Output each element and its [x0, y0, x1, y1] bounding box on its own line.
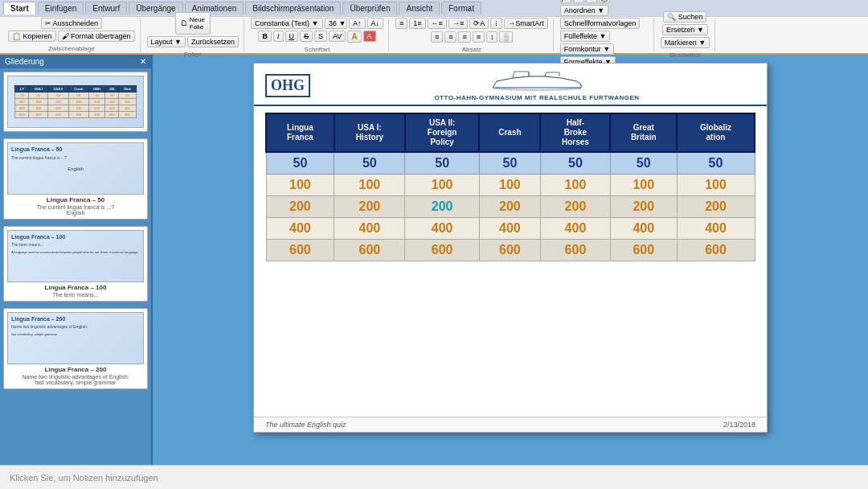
sidebar-item-3[interactable]: Lingua Franca – 100 The term means... A …	[3, 226, 148, 302]
cell-lf-400[interactable]: 400	[266, 218, 334, 240]
cell-usa1-200[interactable]: 200	[334, 196, 405, 218]
btn-list-bullets[interactable]: ≡	[395, 18, 407, 29]
cell-usa2-50[interactable]: 50	[405, 152, 480, 175]
slide-footer: The ultimate English quiz 2/13/2018	[254, 417, 767, 432]
cell-usa1-600[interactable]: 600	[334, 240, 405, 261]
cell-crash-200[interactable]: 200	[479, 196, 540, 218]
btn-bold[interactable]: B	[258, 31, 272, 42]
btn-spacing[interactable]: AV	[329, 31, 346, 42]
btn-arrange[interactable]: Anordnen ▼	[560, 5, 608, 16]
table-header-row: LinguaFranca USA I:History USA II:Foreig…	[266, 113, 755, 152]
sidebar-tab-gliederung[interactable]: Gliederung	[5, 57, 44, 66]
btn-zuruecksetzen[interactable]: Zurücksetzen	[187, 36, 239, 47]
btn-markieren[interactable]: Markieren ▼	[661, 37, 710, 48]
btn-indent-less[interactable]: ←≡	[428, 18, 447, 29]
btn-quick-styles[interactable]: Schnellformatvorlagen	[560, 18, 641, 29]
font-size[interactable]: 36 ▼	[325, 18, 347, 29]
cell-lf-100[interactable]: 100	[266, 175, 334, 196]
btn-underline[interactable]: U	[285, 31, 299, 42]
cell-usa1-400[interactable]: 400	[334, 218, 405, 240]
cell-hbh-400[interactable]: 400	[540, 218, 610, 240]
btn-align-right[interactable]: ≡	[458, 31, 470, 43]
cell-lf-200[interactable]: 200	[266, 196, 334, 218]
btn-strikethrough[interactable]: S	[300, 31, 313, 42]
jeopardy-table[interactable]: LinguaFranca USA I:History USA II:Foreig…	[265, 113, 755, 261]
cell-glob-200[interactable]: 200	[677, 196, 755, 218]
tab-ueberpruefen[interactable]: Überprüfen	[342, 2, 397, 14]
btn-italic[interactable]: I	[273, 31, 284, 42]
cell-usa1-100[interactable]: 100	[334, 175, 405, 196]
cell-usa2-600[interactable]: 600	[405, 240, 480, 261]
cell-usa2-100[interactable]: 100	[405, 175, 480, 196]
label-folien: Folien	[184, 49, 202, 58]
cell-gb-100[interactable]: 100	[610, 175, 677, 196]
sidebar-item-1[interactable]: LFUSA IUSA IICrashHBHGBGlob 505050505050…	[3, 72, 148, 132]
tab-start[interactable]: Start	[3, 2, 36, 14]
sidebar-item-2[interactable]: Lingua Franca – 50 The current lingua fr…	[3, 138, 148, 220]
btn-format-uebertragen[interactable]: 🖌 Format übertragen	[58, 31, 135, 42]
cell-lf-50[interactable]: 50	[266, 152, 334, 175]
btn-fill[interactable]: Fülleffekte ▼	[560, 31, 611, 42]
sidebar-item-4[interactable]: Lingua Franca – 200 Name two linguistic …	[3, 308, 148, 389]
cell-lf-600[interactable]: 600	[266, 240, 334, 261]
tab-einfuegen[interactable]: Einfügen	[38, 2, 84, 14]
school-name-text: OTTO-HAHN-GYMNASIUM MIT REALSCHULE FURTW…	[434, 94, 639, 101]
btn-align-left[interactable]: ≡	[431, 31, 443, 43]
btn-suchen[interactable]: 🔍 Suchen	[663, 11, 706, 23]
btn-font-grow[interactable]: A↑	[349, 18, 366, 29]
tab-format[interactable]: Format	[441, 2, 481, 14]
sidebar-header: Gliederung ✕	[0, 55, 151, 68]
btn-convert-smartart[interactable]: →SmartArt	[504, 18, 548, 29]
cell-usa2-200[interactable]: 200	[405, 196, 480, 218]
sidebar-close-icon[interactable]: ✕	[140, 57, 146, 66]
btn-align-columns[interactable]: ⫶	[490, 18, 502, 29]
cell-glob-100[interactable]: 100	[677, 175, 755, 196]
cell-crash-100[interactable]: 100	[479, 175, 540, 196]
cell-usa1-50[interactable]: 50	[334, 152, 405, 175]
tab-entwurf[interactable]: Entwurf	[85, 2, 127, 14]
btn-ausschneiden[interactable]: ✂ Ausschneiden	[41, 18, 103, 29]
btn-justify[interactable]: ≡	[473, 31, 485, 43]
cell-usa2-400[interactable]: 400	[405, 218, 480, 240]
btn-font-highlight[interactable]: A	[363, 31, 376, 42]
cell-gb-50[interactable]: 50	[610, 152, 677, 175]
tab-ansicht[interactable]: Ansicht	[399, 2, 440, 14]
btn-align-center[interactable]: ≡	[444, 31, 457, 43]
cell-hbh-100[interactable]: 100	[540, 175, 610, 196]
cell-crash-600[interactable]: 600	[479, 240, 540, 261]
tab-praesentation[interactable]: Bildschirmpräsentation	[245, 2, 341, 14]
btn-neue-folie[interactable]: 🗋NeueFolie	[175, 12, 211, 35]
btn-font-shrink[interactable]: A↓	[367, 18, 384, 29]
btn-list-numbers[interactable]: 1≡	[409, 18, 425, 29]
cell-glob-600[interactable]: 600	[677, 240, 755, 261]
btn-shape-line[interactable]: ╱	[560, 0, 571, 3]
notes-bar[interactable]: Klicken Sie, um Notizen hinzuzufügen	[0, 465, 868, 489]
btn-shape-oval[interactable]: ◯	[599, 0, 610, 3]
btn-ersetzen[interactable]: Ersetzen ▼	[662, 24, 708, 35]
cell-gb-400[interactable]: 400	[610, 218, 677, 240]
btn-shape-arrow[interactable]: →	[573, 0, 584, 3]
font-selector[interactable]: Constantia (Text) ▼	[251, 18, 323, 29]
cell-gb-600[interactable]: 600	[610, 240, 677, 261]
btn-text-shading[interactable]: ░	[499, 31, 512, 43]
btn-indent-more[interactable]: →≡	[448, 18, 468, 29]
cell-glob-50[interactable]: 50	[677, 152, 755, 175]
btn-shadow[interactable]: S	[314, 31, 327, 42]
ship-svg	[489, 70, 585, 94]
cell-hbh-200[interactable]: 200	[540, 196, 610, 218]
slide-canvas: OHG OTTO-HAHN-GYMNASIUM MIT REALSCHULE F…	[253, 63, 768, 433]
cell-hbh-50[interactable]: 50	[540, 152, 610, 175]
cell-glob-400[interactable]: 400	[677, 218, 755, 240]
btn-outline[interactable]: Formkontur ▼	[560, 43, 614, 55]
btn-line-spacing[interactable]: ↕	[486, 31, 498, 43]
btn-shape-rect[interactable]: ▭	[586, 0, 597, 3]
cell-hbh-600[interactable]: 600	[540, 240, 610, 261]
group-schriftart: Constantia (Text) ▼ 36 ▼ A↑ A↓ B I U S S…	[246, 18, 389, 51]
btn-text-direction[interactable]: ⟳A	[469, 18, 489, 29]
btn-kopieren[interactable]: 📋 Kopieren	[8, 31, 56, 42]
cell-crash-400[interactable]: 400	[479, 218, 540, 240]
cell-gb-200[interactable]: 200	[610, 196, 677, 218]
btn-layout[interactable]: Layout ▼	[147, 36, 186, 47]
btn-font-color[interactable]: A	[347, 31, 361, 43]
cell-crash-50[interactable]: 50	[479, 152, 540, 175]
